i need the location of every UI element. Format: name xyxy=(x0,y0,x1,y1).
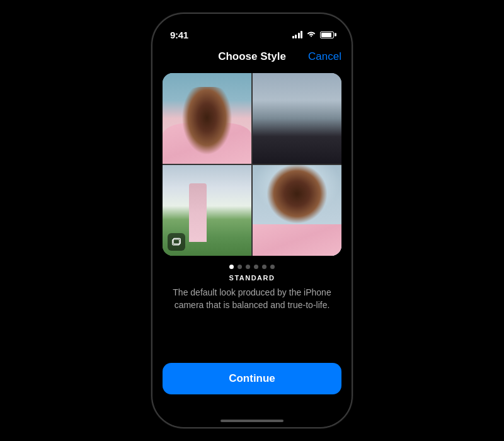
signal-bars-icon xyxy=(292,31,303,38)
wifi-icon xyxy=(307,30,316,39)
photo-stack-icon xyxy=(168,233,185,251)
cancel-button[interactable]: Cancel xyxy=(308,50,341,63)
dynamic-island xyxy=(224,21,280,39)
photo-grid xyxy=(163,73,341,256)
continue-button[interactable]: Continue xyxy=(163,363,341,394)
jacket-overlay-4 xyxy=(253,224,341,256)
photo-cell-1 xyxy=(163,73,251,164)
continue-label: Continue xyxy=(229,372,275,385)
phone-screen: 9:41 Choose Style xyxy=(152,14,352,427)
style-name: STANDARD xyxy=(152,274,352,282)
pagination-dot-2 xyxy=(238,265,242,269)
style-description: The default look produced by the iPhone … xyxy=(152,287,352,311)
home-indicator xyxy=(220,420,284,422)
main-content xyxy=(152,68,352,256)
pagination-dot-4 xyxy=(254,265,258,269)
pagination-dot-5 xyxy=(262,265,266,269)
pagination-dot-6 xyxy=(270,265,275,269)
status-icons xyxy=(292,30,335,39)
battery-icon xyxy=(320,32,334,38)
jacket-overlay-1 xyxy=(163,123,251,164)
nav-bar: Choose Style Cancel xyxy=(152,47,352,68)
pagination-dot-3 xyxy=(246,265,250,269)
phone-frame: 9:41 Choose Style xyxy=(151,13,353,428)
photo-cell-2 xyxy=(253,73,341,164)
pagination-dots xyxy=(152,265,352,269)
status-time: 9:41 xyxy=(170,30,188,40)
pagination-dot-1 xyxy=(229,265,234,269)
photo-cell-3 xyxy=(163,165,251,256)
nav-title: Choose Style xyxy=(218,50,286,63)
photo-cell-4 xyxy=(253,165,341,256)
